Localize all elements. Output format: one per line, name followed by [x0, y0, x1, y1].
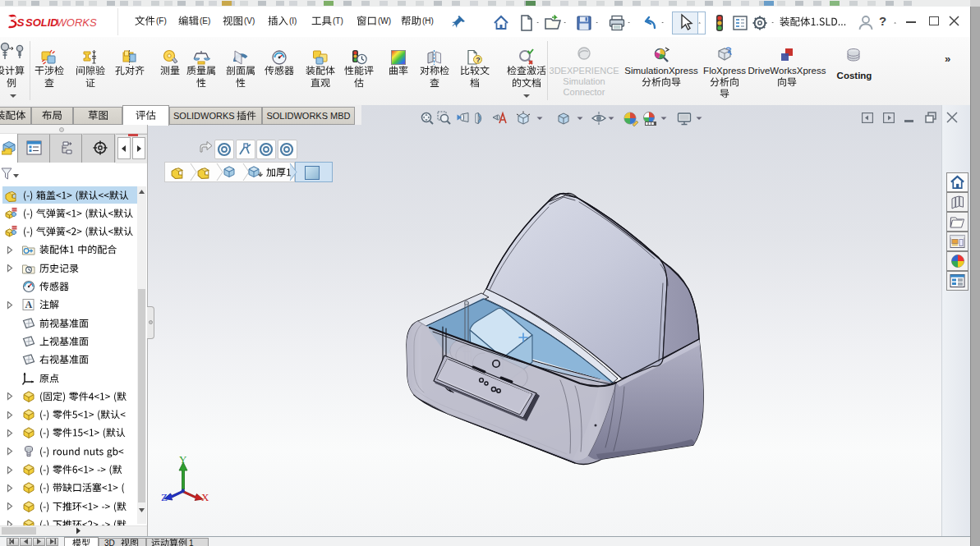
svg-text:SOLID: SOLID: [25, 16, 58, 29]
svg-text:S: S: [17, 16, 25, 29]
svg-text:#: #: [728, 48, 731, 53]
svg-text:Y: Y: [179, 453, 187, 466]
svg-text:A: A: [25, 299, 33, 310]
svg-text:X: X: [201, 491, 209, 503]
svg-text:WORKS: WORKS: [57, 16, 97, 29]
svg-text:Z: Z: [161, 491, 168, 503]
